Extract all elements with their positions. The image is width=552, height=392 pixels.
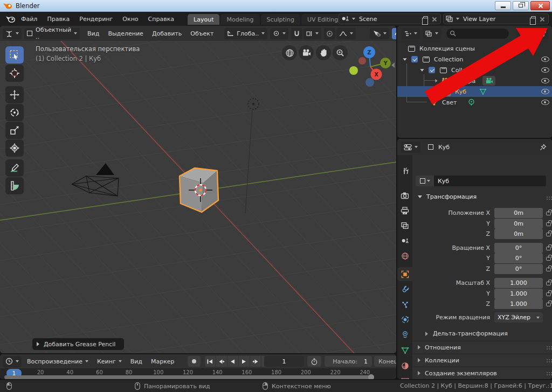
checkbox-icon[interactable] (429, 67, 435, 73)
show-gizmo-dropdown[interactable] (370, 28, 389, 39)
auto-keying-button[interactable] (188, 356, 201, 367)
tool-cursor[interactable] (5, 65, 24, 82)
menu-view[interactable]: Вид (130, 358, 142, 365)
editor-type-dropdown[interactable] (401, 142, 420, 153)
menu-add[interactable]: Добавить (152, 30, 182, 37)
new-scene-icon[interactable] (423, 16, 428, 22)
tab-layout[interactable]: Layout (188, 14, 219, 25)
panel-relations[interactable]: Отношения (412, 341, 552, 353)
lock-icon[interactable] (546, 212, 551, 215)
menu-marker[interactable]: Маркер (151, 358, 175, 365)
collection2-row[interactable]: Collection 2 (397, 65, 552, 75)
snap-target-dropdown[interactable] (303, 28, 321, 39)
sidebar-toggle-arrow[interactable] (391, 62, 395, 68)
current-frame-field[interactable]: 1 (264, 356, 304, 367)
tab-tool[interactable] (397, 164, 412, 178)
collection-row[interactable]: Collection (397, 54, 552, 65)
menu-select[interactable]: Выделение (108, 30, 143, 37)
axis-neg-x-ball[interactable] (358, 57, 366, 65)
editor-type-dropdown[interactable] (3, 28, 22, 39)
tab-physics[interactable] (397, 312, 412, 326)
location-y-field[interactable]: 0m (494, 219, 543, 229)
tool-annotate[interactable] (5, 159, 24, 177)
tab-object[interactable] (397, 267, 412, 281)
tab-modifiers[interactable] (397, 282, 412, 296)
visibility-eye-icon[interactable] (541, 57, 549, 62)
scale-z-field[interactable]: 1.000 (494, 299, 543, 309)
pin-icon[interactable] (540, 144, 547, 151)
checkbox-icon[interactable] (411, 56, 418, 62)
panel-collections[interactable]: Коллекции (412, 354, 552, 366)
expand-icon[interactable] (436, 90, 438, 93)
visibility-eye-icon[interactable] (541, 67, 549, 73)
axis-neg-y-ball[interactable] (349, 66, 358, 75)
tab-render[interactable] (397, 188, 412, 202)
mesh-data-icon[interactable] (479, 88, 487, 95)
tab-view-layer[interactable] (397, 219, 412, 233)
filter-dropdown[interactable] (516, 28, 535, 39)
tab-particles[interactable] (397, 297, 412, 311)
tool-scale[interactable] (5, 122, 24, 139)
object-name-input[interactable]: Куб (434, 176, 546, 186)
delta-transform-panel[interactable]: Дельта-трансформация (412, 328, 552, 339)
tab-output[interactable] (397, 204, 412, 218)
tab-scene[interactable] (397, 234, 412, 248)
active-camera-data-icon[interactable] (482, 76, 495, 86)
light-data-icon[interactable] (468, 99, 475, 106)
visibility-eye-icon[interactable] (541, 78, 549, 83)
object-type-dropdown[interactable] (416, 176, 434, 186)
menu-keying[interactable]: Кеинг (97, 358, 122, 365)
lock-icon[interactable] (546, 257, 551, 261)
filter-type-dropdown[interactable] (423, 28, 441, 39)
tool-rotate[interactable] (5, 104, 24, 121)
lock-icon[interactable] (546, 292, 551, 296)
play-reverse-button[interactable] (227, 356, 238, 367)
tab-object-data[interactable] (397, 344, 412, 358)
jump-to-start-button[interactable] (205, 356, 216, 367)
expand-icon[interactable] (403, 58, 406, 61)
light-row[interactable]: Свет (397, 97, 552, 108)
tool-transform[interactable] (5, 139, 24, 157)
orthographic-toggle-button[interactable] (282, 45, 297, 60)
grease-pencil-panel[interactable]: Добавить Grease Pencil (32, 338, 124, 350)
blender-logo-icon[interactable] (4, 15, 16, 23)
expand-icon[interactable] (420, 69, 424, 72)
rotation-z-field[interactable]: 0° (494, 264, 543, 274)
tab-texture[interactable] (397, 375, 412, 379)
cube-row-selected[interactable]: Куб (397, 86, 552, 97)
expand-icon[interactable] (436, 79, 438, 82)
drag-grip-icon[interactable] (547, 359, 548, 360)
lock-icon[interactable] (546, 233, 551, 236)
camera-row[interactable]: Камера (397, 75, 552, 86)
drag-grip-icon[interactable] (547, 372, 548, 373)
tab-constraints[interactable] (397, 327, 412, 341)
frame-start-field[interactable]: Начало: 1 (325, 356, 372, 367)
menu-object[interactable]: Объект (190, 30, 213, 37)
camera-view-button[interactable] (299, 45, 314, 60)
menu-view[interactable]: Вид (87, 30, 99, 37)
tool-move[interactable] (5, 86, 24, 103)
remove-view-layer-icon[interactable] (540, 17, 544, 22)
lock-icon[interactable] (546, 303, 551, 306)
timeline-scrollbar[interactable] (4, 375, 373, 379)
frame-end-field[interactable]: Конец (374, 356, 396, 367)
mode-dropdown[interactable]: Объектный .. (24, 28, 80, 39)
tab-modeling[interactable]: Modeling (220, 14, 259, 25)
light-object[interactable] (245, 99, 259, 213)
use-preview-range-button[interactable] (307, 356, 321, 367)
pivot-point-dropdown[interactable] (270, 28, 288, 39)
menu-render[interactable]: Рендеринг (79, 16, 113, 23)
lock-icon[interactable] (546, 222, 551, 226)
next-keyframe-button[interactable] (250, 356, 261, 367)
overlays-toggle[interactable] (392, 28, 396, 39)
minimize-button[interactable] (495, 1, 511, 10)
menu-help[interactable]: Справка (148, 16, 174, 23)
prev-keyframe-button[interactable] (216, 356, 227, 367)
proportional-falloff-dropdown[interactable] (336, 28, 356, 39)
proportional-editing-toggle[interactable] (324, 28, 335, 39)
view-layer-selector[interactable]: View Layer (443, 13, 549, 24)
axis-neg-z-ball[interactable] (365, 78, 374, 87)
tab-material[interactable] (397, 359, 412, 373)
restore-button[interactable] (513, 1, 529, 10)
rotation-y-field[interactable]: 0° (494, 253, 543, 263)
